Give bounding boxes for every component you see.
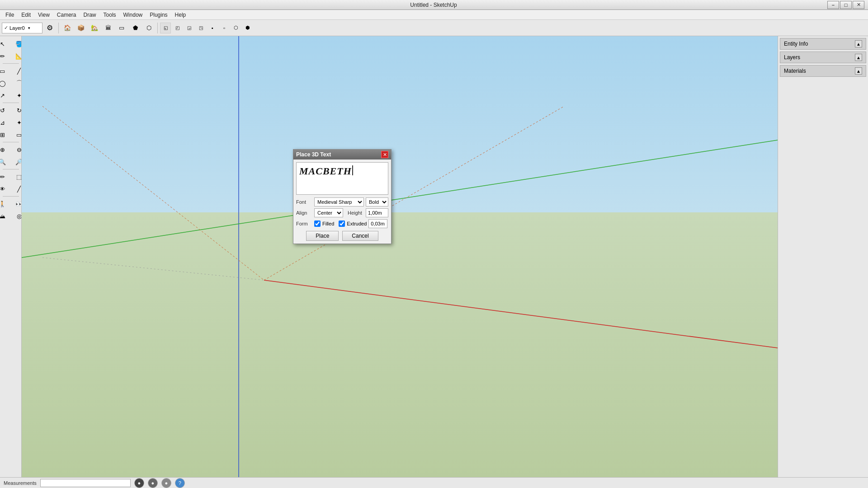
help-button[interactable]: ?	[175, 478, 185, 488]
toolbar-rectangle[interactable]: ▭	[115, 22, 128, 34]
menu-edit[interactable]: Edit	[18, 11, 34, 19]
move-tool[interactable]: ↺	[0, 104, 10, 116]
measurements-label: Measurements	[4, 480, 37, 486]
section-plane-tool[interactable]: 👁	[0, 183, 10, 195]
tool-group-section: 👁 ╱	[0, 183, 22, 195]
dialog-buttons: Place Cancel	[296, 231, 388, 241]
height-input[interactable]: 1,00m	[366, 208, 388, 217]
text-area[interactable]: MACBETH	[296, 162, 388, 195]
offset-tool[interactable]: ▭	[11, 129, 22, 141]
layers-collapse[interactable]: ▲	[855, 54, 862, 61]
paint-bucket-tool[interactable]: 🪣	[11, 38, 22, 50]
toolbar-iso-right[interactable]: ◳	[195, 23, 206, 33]
form-label: Form	[296, 221, 312, 226]
circle-tool[interactable]: ◯	[0, 77, 10, 89]
tool-group-modify: ↺ ↻	[0, 104, 22, 116]
text-tool[interactable]: ✦	[11, 89, 22, 101]
tool-group-freehand: ↗ ✦	[0, 89, 22, 101]
toolbar-select-objects[interactable]: 🏠	[61, 22, 74, 34]
close-button[interactable]: ✕	[853, 1, 864, 9]
toolbar-circle[interactable]: ⬡	[142, 22, 155, 34]
arc-tool[interactable]: ⌒	[11, 77, 22, 89]
sandbox-tool[interactable]: ⛰	[0, 210, 10, 222]
viewport[interactable]: Place 3D Text ✕ MACBETH Font Medieval Sh…	[22, 36, 778, 477]
toolbar-make-component[interactable]: 📦	[75, 22, 87, 34]
minimize-button[interactable]: −	[827, 1, 839, 9]
menu-window[interactable]: Window	[120, 11, 146, 19]
section-cut-tool[interactable]: ╱	[11, 183, 22, 195]
smoove-tool[interactable]: ◎	[11, 210, 22, 222]
viewport-lines	[22, 36, 778, 477]
menu-draw[interactable]: Draw	[80, 11, 100, 19]
materials-panel[interactable]: Materials ▲	[780, 65, 866, 77]
pan-tool[interactable]: ⊖	[11, 144, 22, 155]
align-row: Align Center Left Right Height 1,00m	[296, 208, 388, 217]
extruded-checkbox[interactable]	[339, 221, 345, 227]
materials-collapse[interactable]: ▲	[855, 67, 862, 75]
menu-camera[interactable]: Camera	[53, 11, 80, 19]
layer-dropdown[interactable]: ✓ Layer0 ▾	[2, 23, 42, 33]
walk-tool[interactable]: 🚶	[0, 198, 10, 210]
font-select[interactable]: Medieval Sharp	[314, 197, 364, 206]
toolbar: ✓ Layer0 ▾ ⚙ 🏠 📦 🏡 🏛 ▭ ⬟ ⬡ ◱ ◰ ◲ ◳ ▪ ▫ ⬡…	[0, 20, 868, 36]
rectangle-tool[interactable]: ▭	[0, 65, 10, 77]
orbit-tool[interactable]: ⊕	[0, 144, 10, 155]
toolbar-iso-front[interactable]: ◱	[160, 23, 171, 33]
status-btn-3[interactable]: ●	[161, 478, 171, 488]
status-btn-1[interactable]: ●	[134, 478, 144, 488]
toolbar-iso-persp[interactable]: ⬢	[242, 23, 253, 33]
extrude-input[interactable]: 0,03m	[368, 219, 387, 228]
zoomextents-tool[interactable]: 🔎	[11, 156, 22, 168]
style-select[interactable]: Bold Regular Italic	[366, 197, 388, 206]
layers-panel[interactable]: Layers ▲	[780, 52, 866, 63]
dimension-tool[interactable]: ⬚	[11, 171, 22, 183]
tool-group-camera: ⊕ ⊖	[0, 144, 22, 155]
line-tool[interactable]: ╱	[11, 65, 22, 77]
pushpull-tool[interactable]: ✦	[11, 117, 22, 128]
toolbar-iso-top[interactable]: ▪	[207, 23, 218, 33]
cancel-button[interactable]: Cancel	[342, 231, 378, 241]
erase-tool[interactable]: ✏	[0, 50, 10, 62]
tape-tool[interactable]: 📐	[11, 50, 22, 62]
zoom-tool[interactable]: 🔍	[0, 156, 10, 168]
tool-sep-1	[3, 63, 19, 64]
toolbar-layer-settings[interactable]: ⚙	[43, 22, 56, 34]
select-tool[interactable]: ↖	[0, 38, 10, 50]
toolbar-iso-bottom[interactable]: ▫	[219, 23, 230, 33]
svg-rect-1	[22, 212, 778, 477]
align-select[interactable]: Center Left Right	[314, 208, 343, 217]
toolbar-iso-3d[interactable]: ⬡	[231, 23, 241, 33]
extruded-label: Extruded	[347, 221, 367, 226]
toolbar-iso-left[interactable]: ◲	[184, 23, 194, 33]
entity-info-panel[interactable]: Entity Info ▲	[780, 38, 866, 50]
menu-file[interactable]: File	[2, 11, 18, 19]
toolbar-eraser[interactable]: 🏛	[102, 22, 114, 34]
dialog-close-button[interactable]: ✕	[381, 151, 388, 158]
form-row: Form Filled Extruded 0,03m	[296, 219, 388, 228]
freehand-tool[interactable]: ↗	[0, 89, 10, 101]
lookaround-tool[interactable]: 👀	[11, 198, 22, 210]
status-btn-2[interactable]: ●	[148, 478, 158, 488]
menu-help[interactable]: Help	[171, 11, 190, 19]
entity-info-collapse[interactable]: ▲	[855, 40, 862, 47]
maximize-button[interactable]: □	[840, 1, 852, 9]
rotate-tool[interactable]: ↻	[11, 104, 22, 116]
menu-plugins[interactable]: Plugins	[146, 11, 171, 19]
menu-tools[interactable]: Tools	[100, 11, 120, 19]
toolbar-line[interactable]: ⬟	[129, 22, 142, 34]
layer-dropdown-arrow[interactable]: ▾	[28, 26, 30, 30]
toolbar-iso-back[interactable]: ◰	[172, 23, 183, 33]
tool-group-sandbox: ⛰ ◎	[0, 210, 22, 222]
window-controls[interactable]: − □ ✕	[827, 1, 864, 9]
place-button[interactable]: Place	[306, 231, 339, 241]
tape-measure-tool[interactable]: ✏	[0, 171, 10, 183]
menu-view[interactable]: View	[34, 11, 53, 19]
filled-checkbox[interactable]	[314, 221, 321, 227]
scale-tool[interactable]: ⊿	[0, 117, 10, 128]
measurements-input[interactable]	[40, 479, 131, 487]
place3d-dialog[interactable]: Place 3D Text ✕ MACBETH Font Medieval Sh…	[293, 149, 392, 244]
toolbar-paint-bucket[interactable]: 🏡	[88, 22, 101, 34]
followme-tool[interactable]: ⊞	[0, 129, 10, 141]
layer-name: Layer0	[9, 25, 25, 31]
dialog-titlebar[interactable]: Place 3D Text ✕	[293, 150, 391, 160]
